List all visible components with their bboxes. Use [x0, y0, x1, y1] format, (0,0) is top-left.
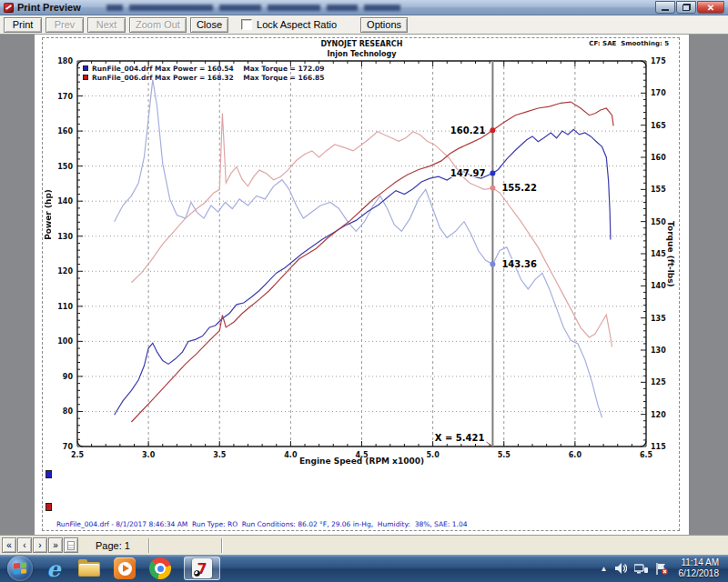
minimize-icon — [662, 9, 669, 11]
svg-text:160.21: 160.21 — [450, 125, 486, 135]
soccer-ball-icon — [194, 570, 200, 577]
prev-button[interactable]: Prev — [46, 17, 84, 33]
zoom-out-button[interactable]: Zoom Out — [129, 17, 187, 33]
restore-button[interactable] — [676, 1, 696, 14]
clock-date: 6/12/2018 — [679, 568, 720, 579]
winpep-icon: 7 — [192, 558, 212, 578]
svg-text:180: 180 — [57, 57, 73, 65]
correction-factor-note: CF: SAE Smoothing: 5 — [589, 40, 669, 47]
media-player-taskbar-button[interactable] — [113, 557, 136, 580]
next-button[interactable]: Next — [87, 17, 126, 33]
network-icon[interactable] — [634, 563, 648, 574]
run-icon-red — [46, 503, 52, 511]
svg-text:140: 140 — [57, 197, 73, 206]
svg-text:120: 120 — [651, 411, 666, 419]
start-button[interactable] — [7, 556, 33, 581]
winpep-taskbar-button[interactable]: 7 — [184, 557, 220, 580]
svg-text:115: 115 — [651, 443, 666, 451]
statusbar-divider — [148, 538, 150, 553]
windows-logo-icon — [14, 563, 26, 575]
legend-row-baseline: RunFile_004.drf Max Power = 160.54 Max T… — [83, 64, 324, 73]
lock-aspect-ratio-label: Lock Aspect Ratio — [257, 19, 337, 30]
speaker-icon[interactable] — [615, 563, 627, 574]
svg-text:125: 125 — [651, 378, 666, 386]
svg-text:70: 70 — [63, 443, 74, 451]
file-explorer-taskbar-button[interactable] — [77, 557, 101, 580]
clock-time: 11:14 AM — [679, 557, 720, 568]
svg-text:160: 160 — [57, 127, 73, 135]
svg-text:145: 145 — [651, 250, 666, 258]
svg-text:170: 170 — [651, 89, 666, 97]
baseline-torque-curve — [115, 80, 602, 418]
svg-text:165: 165 — [651, 122, 666, 130]
svg-text:170: 170 — [57, 93, 73, 101]
ses1500tt-torque-curve — [131, 114, 612, 347]
first-page-button[interactable]: « — [2, 537, 16, 553]
svg-text:147.97: 147.97 — [450, 168, 486, 178]
svg-text:160: 160 — [651, 154, 666, 162]
legend-swatch-red — [83, 75, 88, 80]
restore-icon — [682, 4, 691, 11]
run-icon-blue — [46, 470, 52, 478]
window-title: Print Preview — [17, 2, 81, 13]
svg-text:130: 130 — [651, 346, 666, 355]
legend-row-ses1500tt: RunFile_006.drf Max Power = 168.32 Max T… — [83, 73, 324, 82]
screen: Print Preview ✕ Print Prev Next Zoom Out… — [0, 0, 728, 582]
chrome-taskbar-button[interactable] — [148, 557, 172, 580]
svg-text:140: 140 — [651, 282, 666, 290]
media-player-icon — [114, 557, 136, 579]
close-button[interactable]: Close — [190, 17, 228, 33]
svg-text:155.22: 155.22 — [501, 183, 537, 193]
svg-text:130: 130 — [57, 233, 73, 241]
ses1500tt-power-curve — [131, 102, 613, 422]
report-page: DYNOJET RESEARCH Injon Technology CF: SA… — [35, 35, 689, 535]
report-title: DYNOJET RESEARCH — [77, 40, 646, 48]
legend-text: RunFile_006.drf Max Power = 168.32 Max T… — [92, 74, 324, 82]
svg-text:110: 110 — [57, 303, 73, 311]
window-titlebar: Print Preview ✕ — [0, 0, 728, 15]
system-tray: ▲ 11:14 AM 6/12/2018 — [601, 557, 724, 579]
rpm-axis-title: Engine Speed (RPM x1000) — [77, 457, 646, 466]
dyno-chart: 2.53.03.54.04.55.05.56.06.57080901001101… — [41, 55, 683, 466]
svg-text:120: 120 — [57, 267, 73, 276]
internet-explorer-taskbar-button[interactable]: e — [42, 557, 66, 580]
svg-text:155: 155 — [651, 186, 666, 194]
statusbar: « ‹ › » Page: 1 — [0, 535, 728, 555]
page-number-label: Page: 1 — [96, 540, 130, 551]
svg-text:135: 135 — [651, 315, 666, 323]
print-preview-toolbar: Print Prev Next Zoom Out Close Lock Aspe… — [0, 15, 728, 35]
svg-text:100: 100 — [57, 337, 73, 346]
taskbar-clock[interactable]: 11:14 AM 6/12/2018 — [679, 557, 720, 579]
print-button[interactable]: Print — [4, 17, 42, 33]
app-icon — [4, 3, 14, 13]
close-icon: ✕ — [707, 3, 714, 13]
preview-area: DYNOJET RESEARCH Injon Technology CF: SA… — [0, 35, 728, 535]
redacted-title-text — [106, 5, 400, 11]
svg-text:X = 5.421: X = 5.421 — [435, 433, 485, 443]
next-page-button[interactable]: › — [33, 537, 47, 553]
svg-text:150: 150 — [651, 218, 666, 226]
svg-text:80: 80 — [63, 407, 74, 416]
close-window-button[interactable]: ✕ — [697, 1, 724, 14]
legend-text: RunFile_004.drf Max Power = 160.54 Max T… — [92, 65, 324, 73]
svg-text:175: 175 — [651, 57, 666, 65]
last-page-button[interactable]: » — [48, 537, 63, 553]
previous-page-button[interactable]: ‹ — [17, 537, 32, 553]
power-axis-title: Power (hp) — [44, 189, 53, 240]
options-button[interactable]: Options — [360, 17, 408, 33]
chrome-icon — [149, 557, 171, 579]
internet-explorer-icon: e — [46, 556, 60, 582]
document-icon — [67, 541, 75, 550]
svg-text:90: 90 — [63, 373, 74, 381]
svg-text:143.36: 143.36 — [501, 259, 537, 269]
action-center-flag-icon[interactable] — [655, 563, 668, 575]
statusbar-divider — [221, 538, 223, 553]
show-hidden-icons-button[interactable]: ▲ — [601, 565, 608, 573]
taskbar: e 7 ▲ 11:14 AM 6/12/2018 — [0, 555, 728, 582]
chart-legend: RunFile_004.drf Max Power = 160.54 Max T… — [83, 64, 324, 82]
lock-aspect-ratio-checkbox[interactable] — [241, 19, 252, 30]
export-page-button[interactable] — [64, 537, 78, 553]
legend-swatch-blue — [83, 65, 88, 71]
torque-axis-title: Torque (ft-lbs) — [666, 221, 675, 287]
minimize-button[interactable] — [655, 1, 675, 14]
